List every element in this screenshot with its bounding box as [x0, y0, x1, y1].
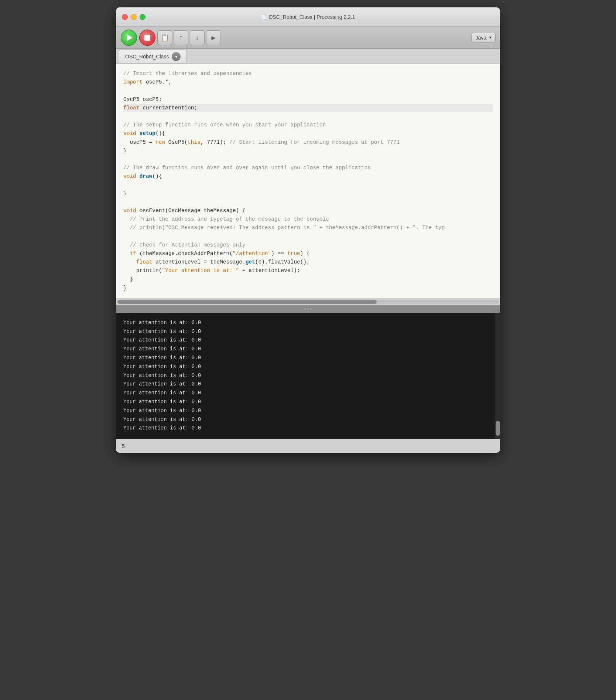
open-button[interactable]: ↑: [174, 30, 188, 45]
console-line: Your attention is at: 0.0: [123, 371, 487, 380]
horizontal-scrollbar[interactable]: [116, 299, 500, 305]
console-line: Your attention is at: 0.0: [123, 415, 487, 424]
code-line: }: [123, 275, 493, 284]
console-line: Your attention is at: 0.0: [123, 380, 487, 389]
run-icon: [121, 30, 137, 46]
stop-button[interactable]: [139, 29, 156, 46]
code-line: import oscP5.*;: [123, 78, 493, 86]
tab-osc-robot-class[interactable]: OSC_Robot_Class ▼: [119, 50, 187, 63]
scrollbar-thumb[interactable]: [117, 300, 377, 304]
code-line: [123, 155, 493, 164]
code-line: void oscEvent(OscMessage theMessage) {: [123, 207, 493, 215]
code-line: println("Your attention is at: " + atten…: [123, 266, 493, 275]
code-line: }: [123, 284, 493, 292]
run-button[interactable]: [120, 29, 137, 46]
console-output: Your attention is at: 0.0Your attention …: [123, 319, 487, 433]
console-line: Your attention is at: 0.0: [123, 407, 487, 415]
code-line: if (theMessage.checkAddrPattern("/attent…: [123, 249, 493, 258]
code-line: [123, 86, 493, 95]
scrollbar-track: [117, 300, 499, 304]
resize-dot: [304, 308, 306, 310]
fullscreen-button[interactable]: [140, 14, 146, 20]
code-line: void draw(){: [123, 172, 493, 181]
save-button[interactable]: ↓: [190, 30, 205, 45]
code-line: [123, 198, 493, 207]
close-button[interactable]: [122, 14, 128, 20]
console-line: Your attention is at: 0.0: [123, 345, 487, 354]
title-bar: 📄 OSC_Robot_Class | Processing 2.2.1: [116, 7, 500, 27]
stop-square: [144, 35, 150, 41]
code-editor[interactable]: // Import the libraries and dependencies…: [116, 64, 500, 299]
console-line: Your attention is at: 0.0: [123, 327, 487, 336]
code-line: // println("OSC Message received! The ad…: [123, 224, 493, 232]
resize-handle[interactable]: [116, 305, 500, 313]
code-line: float attentionLevel = theMessage.get(0)…: [123, 258, 493, 266]
code-line: // The draw function runs over and over …: [123, 164, 493, 172]
console: Your attention is at: 0.0Your attention …: [116, 313, 495, 439]
code-line: [123, 181, 493, 189]
console-scrollbar-thumb[interactable]: [496, 421, 500, 436]
tab-dropdown-button[interactable]: ▼: [172, 52, 181, 61]
export-button[interactable]: ▶: [206, 30, 221, 45]
console-scrollbar[interactable]: [495, 313, 500, 439]
code-line: float currentAttention;: [123, 104, 493, 112]
code-line: }: [123, 190, 493, 198]
status-bar: 5: [116, 439, 500, 453]
console-line: Your attention is at: 0.0: [123, 354, 487, 363]
console-line: Your attention is at: 0.0: [123, 389, 487, 398]
code-line: // The setup function runs once when you…: [123, 121, 493, 129]
code-line: oscP5 = new OscP5(this, 7771); // Start …: [123, 138, 493, 147]
resize-dots: [304, 308, 312, 310]
console-line: Your attention is at: 0.0: [123, 398, 487, 407]
code-line: [123, 232, 493, 241]
java-mode-dropdown[interactable]: Java: [471, 33, 496, 43]
console-line: Your attention is at: 0.0: [123, 424, 487, 433]
code-line: OscP5 oscP5;: [123, 95, 493, 104]
tab-bar: OSC_Robot_Class ▼: [116, 49, 500, 64]
code-line: }: [123, 147, 493, 155]
code-line: void setup(){: [123, 129, 493, 138]
play-triangle: [127, 34, 133, 41]
new-button[interactable]: 📋: [157, 30, 172, 45]
document-icon: 📄: [261, 14, 267, 20]
minimize-button[interactable]: [131, 14, 137, 20]
console-line: Your attention is at: 0.0: [123, 319, 487, 327]
console-line: Your attention is at: 0.0: [123, 336, 487, 345]
stop-icon: [139, 30, 155, 46]
window-title: 📄 OSC_Robot_Class | Processing 2.2.1: [261, 14, 355, 20]
resize-dot: [307, 308, 309, 310]
main-window: 📄 OSC_Robot_Class | Processing 2.2.1 📋 ↑…: [116, 7, 500, 453]
console-line: Your attention is at: 0.0: [123, 363, 487, 371]
traffic-lights: [122, 14, 146, 20]
line-number: 5: [122, 443, 125, 449]
resize-dot: [310, 308, 312, 310]
code-line: // Print the address and typetag of the …: [123, 215, 493, 224]
code-line: // Check for Attention messages only: [123, 241, 493, 249]
code-line: // Import the libraries and dependencies: [123, 69, 493, 78]
code-line: [123, 112, 493, 121]
toolbar: 📋 ↑ ↓ ▶ Java: [116, 27, 500, 49]
console-wrapper: Your attention is at: 0.0Your attention …: [116, 313, 500, 439]
